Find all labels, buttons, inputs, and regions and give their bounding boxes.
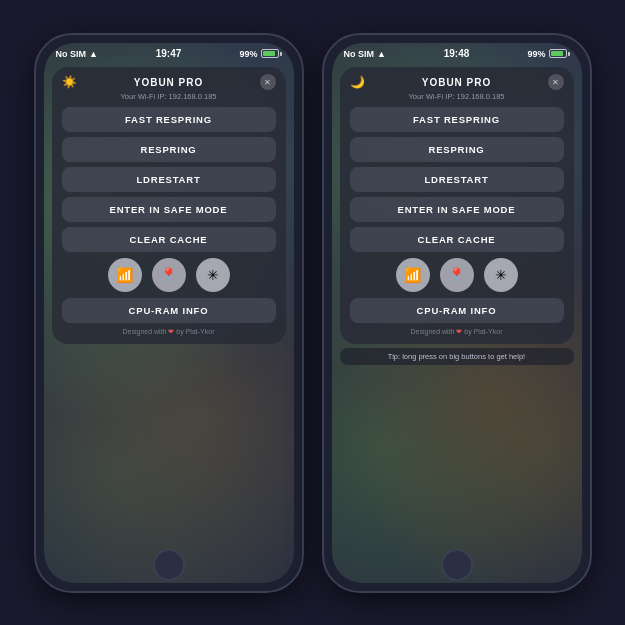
clear-cache-btn-left[interactable]: CLEAR CACHE — [62, 227, 276, 252]
status-right-right: 99% — [527, 49, 569, 59]
status-left-right: No SIM ▲ — [344, 49, 386, 59]
battery-pct-left: 99% — [239, 49, 257, 59]
panel-header-right: 🌙 YOBUN PRO ✕ — [350, 77, 564, 88]
icon-row-left: 📶 📍 ✳ — [62, 258, 276, 292]
carrier-left: No SIM — [56, 49, 87, 59]
battery-icon-right — [549, 49, 570, 58]
bluetooth-toggle-right[interactable]: ✳ — [484, 258, 518, 292]
status-right-left: 99% — [239, 49, 281, 59]
widget-panel-right: 🌙 YOBUN PRO ✕ Your Wi-Fi IP: 192.168.0.1… — [340, 67, 574, 344]
safe-mode-btn-right[interactable]: ENTER IN SAFE MODE — [350, 197, 564, 222]
wifi-icon-right: ▲ — [377, 49, 386, 59]
panel-title-right: YOBUN PRO — [422, 77, 492, 88]
ldrestart-btn-right[interactable]: LDRESTART — [350, 167, 564, 192]
panel-header-left: ☀️ YOBUN PRO ✕ — [62, 77, 276, 88]
cpu-ram-btn-right[interactable]: CPU-RAM INFO — [350, 298, 564, 323]
carrier-right: No SIM — [344, 49, 375, 59]
status-left-left: No SIM ▲ — [56, 49, 98, 59]
theme-icon-right: 🌙 — [350, 75, 365, 89]
location-toggle-left[interactable]: 📍 — [152, 258, 186, 292]
footer-left: Designed with ❤ by Plat-Ykor — [62, 328, 276, 336]
battery-pct-right: 99% — [527, 49, 545, 59]
battery-icon-left — [261, 49, 282, 58]
phone-left: No SIM ▲ 19:47 99% ☀️ YOBUN PRO ✕ — [34, 33, 304, 593]
status-bar-left: No SIM ▲ 19:47 99% — [44, 43, 294, 63]
safe-mode-btn-left[interactable]: ENTER IN SAFE MODE — [62, 197, 276, 222]
footer-right: Designed with ❤ by Plat-Ykor — [350, 328, 564, 336]
phone-right-screen: No SIM ▲ 19:48 99% 🌙 YOBUN PRO ✕ — [332, 43, 582, 583]
clear-cache-btn-right[interactable]: CLEAR CACHE — [350, 227, 564, 252]
status-bar-right: No SIM ▲ 19:48 99% — [332, 43, 582, 63]
location-toggle-right[interactable]: 📍 — [440, 258, 474, 292]
heart-icon-left: ❤ — [168, 328, 174, 335]
wifi-ip-left: Your Wi-Fi IP: 192.168.0.185 — [62, 92, 276, 101]
phone-right: No SIM ▲ 19:48 99% 🌙 YOBUN PRO ✕ — [322, 33, 592, 593]
bluetooth-toggle-left[interactable]: ✳ — [196, 258, 230, 292]
home-button-right[interactable] — [441, 549, 473, 581]
heart-icon-right: ❤ — [456, 328, 462, 335]
time-right: 19:48 — [444, 48, 470, 59]
phone-left-screen: No SIM ▲ 19:47 99% ☀️ YOBUN PRO ✕ — [44, 43, 294, 583]
phones-container: No SIM ▲ 19:47 99% ☀️ YOBUN PRO ✕ — [34, 33, 592, 593]
fast-respring-btn-left[interactable]: FAST RESPRING — [62, 107, 276, 132]
panel-title-left: YOBUN PRO — [134, 77, 204, 88]
theme-icon-left: ☀️ — [62, 75, 77, 89]
home-button-left[interactable] — [153, 549, 185, 581]
time-left: 19:47 — [156, 48, 182, 59]
wifi-icon-left: ▲ — [89, 49, 98, 59]
cpu-ram-btn-left[interactable]: CPU-RAM INFO — [62, 298, 276, 323]
respring-btn-right[interactable]: RESPRING — [350, 137, 564, 162]
widget-panel-left: ☀️ YOBUN PRO ✕ Your Wi-Fi IP: 192.168.0.… — [52, 67, 286, 344]
ldrestart-btn-left[interactable]: LDRESTART — [62, 167, 276, 192]
respring-btn-left[interactable]: RESPRING — [62, 137, 276, 162]
close-btn-left[interactable]: ✕ — [260, 74, 276, 90]
fast-respring-btn-right[interactable]: FAST RESPRING — [350, 107, 564, 132]
close-btn-right[interactable]: ✕ — [548, 74, 564, 90]
wifi-ip-right: Your Wi-Fi IP: 192.168.0.185 — [350, 92, 564, 101]
wifi-toggle-left[interactable]: 📶 — [108, 258, 142, 292]
tip-bar-right: Tip: long press on big buttons to get he… — [340, 348, 574, 365]
icon-row-right: 📶 📍 ✳ — [350, 258, 564, 292]
wifi-toggle-right[interactable]: 📶 — [396, 258, 430, 292]
